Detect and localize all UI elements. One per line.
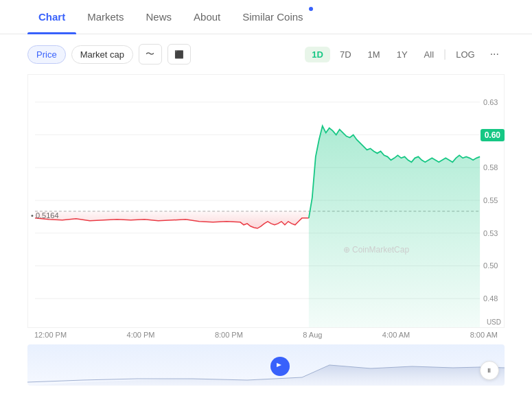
tab-similar-coins-label: Similar Coins	[242, 11, 303, 23]
x-axis-labels: 12:00 PM 4:00 PM 8:00 PM 8 Aug 4:00 AM 8…	[27, 331, 505, 339]
more-options-button[interactable]: ···	[485, 45, 505, 63]
separator: |	[443, 48, 446, 60]
candle-chart-button[interactable]: ⬛	[167, 44, 191, 64]
chart-svg: 0.63 0.60 0.58 0.55 0.53 0.50 0.48 ⊕ Coi…	[28, 75, 504, 327]
tab-chart-label: Chart	[38, 11, 65, 23]
svg-text:0.50: 0.50	[483, 261, 498, 270]
usd-label: USD	[487, 318, 501, 326]
marketcap-button[interactable]: Market cap	[71, 45, 133, 64]
current-price-value: 0.60	[485, 130, 500, 140]
x-label-800am: 8:00 AM	[470, 331, 498, 339]
x-label-400pm: 4:00 PM	[127, 331, 155, 339]
candle-chart-icon: ⬛	[174, 50, 184, 59]
svg-text:0.58: 0.58	[483, 163, 498, 172]
timeframe-7d[interactable]: 7D	[333, 47, 358, 62]
svg-marker-9	[309, 126, 480, 327]
tab-news-label: News	[146, 11, 172, 23]
svg-text:0.53: 0.53	[483, 229, 498, 237]
start-price-label: • 0.5164	[31, 211, 59, 220]
start-price-value: 0.5164	[36, 211, 59, 220]
chart-toolbar: Price Market cap 〜 ⬛ 1D 7D 1M 1Y All | L…	[0, 34, 532, 74]
timeframe-log[interactable]: LOG	[449, 47, 481, 62]
x-label-1200pm: 12:00 PM	[34, 331, 67, 339]
flag-svg	[275, 362, 285, 371]
notification-dot	[309, 7, 313, 11]
flag-icon[interactable]	[270, 357, 290, 376]
x-label-8aug: 8 Aug	[303, 331, 322, 339]
timeframe-all[interactable]: All	[417, 47, 441, 62]
chart-type-controls: Price Market cap 〜 ⬛	[27, 44, 191, 64]
timeframe-1y[interactable]: 1Y	[390, 47, 415, 62]
timeframe-controls: 1D 7D 1M 1Y All | LOG ···	[305, 45, 505, 63]
svg-marker-18	[27, 365, 505, 386]
timeframe-1m[interactable]: 1M	[361, 47, 387, 62]
tab-about[interactable]: About	[183, 0, 231, 34]
mini-chart-svg	[27, 344, 505, 386]
line-chart-icon: 〜	[146, 48, 154, 60]
svg-text:0.63: 0.63	[483, 98, 498, 106]
svg-text:0.48: 0.48	[483, 294, 498, 303]
svg-text:0.55: 0.55	[483, 196, 498, 204]
line-chart-button[interactable]: 〜	[139, 44, 162, 64]
price-button[interactable]: Price	[27, 45, 66, 64]
price-chart: 0.63 0.60 0.58 0.55 0.53 0.50 0.48 ⊕ Coi…	[27, 74, 505, 328]
tab-navigation: Chart Markets News About Similar Coins	[0, 0, 532, 34]
x-label-800pm: 8:00 PM	[215, 331, 243, 339]
timeframe-1d[interactable]: 1D	[305, 47, 330, 62]
current-price-label: 0.60	[481, 129, 505, 141]
mini-chart-bar: ⏸	[27, 344, 505, 386]
x-label-400am: 4:00 AM	[382, 331, 410, 339]
tab-markets-label: Markets	[87, 11, 124, 23]
pause-icon: ⏸	[486, 367, 493, 374]
tab-markets[interactable]: Markets	[76, 0, 135, 34]
tab-similar-coins[interactable]: Similar Coins	[231, 0, 314, 34]
tab-chart[interactable]: Chart	[27, 0, 76, 34]
tab-news[interactable]: News	[135, 0, 183, 34]
tab-about-label: About	[194, 11, 220, 23]
pause-button[interactable]: ⏸	[480, 361, 499, 380]
svg-text:⊕ CoinMarketCap: ⊕ CoinMarketCap	[343, 245, 410, 255]
